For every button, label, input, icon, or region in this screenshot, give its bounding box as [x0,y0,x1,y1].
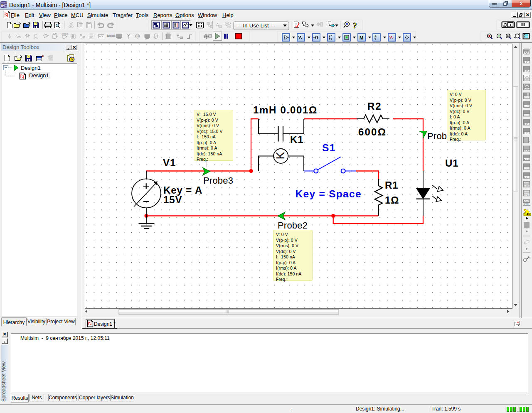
svg-text:600Ω: 600Ω [358,126,387,138]
svg-text:TTL: TTL [54,32,57,35]
svg-text:Te: Te [47,55,52,60]
svg-text:1.4v: 1.4v [524,213,530,216]
svg-text:MCU: MCU [167,32,170,34]
svg-text:#AG: #AG [524,194,529,197]
svg-text:M: M [137,35,139,38]
svg-text:1Ω: 1Ω [385,194,399,206]
svg-text:MISC: MISC [107,34,115,38]
svg-text:dJ: dJ [71,35,74,38]
svg-text:U1: U1 [445,157,458,169]
svg-text:S1: S1 [322,142,336,153]
svg-text:R1: R1 [385,179,398,191]
svg-text:Probe2: Probe2 [278,220,308,231]
svg-text:--- In-Use List ---: --- In-Use List --- [236,22,276,29]
svg-text:R2: R2 [367,101,382,112]
svg-text:#AG: #AG [524,185,529,188]
svg-text:?: ? [353,21,357,30]
svg-text:M: M [360,35,363,40]
svg-text:K: K [275,152,287,159]
svg-text:K1: K1 [290,134,303,145]
svg-text:15V: 15V [163,194,182,205]
svg-text:1mH 0.001Ω: 1mH 0.001Ω [253,104,318,116]
svg-text:Key = Space: Key = Space [296,188,362,199]
svg-text:Probe3: Probe3 [203,175,233,186]
svg-text:V1: V1 [163,157,176,168]
